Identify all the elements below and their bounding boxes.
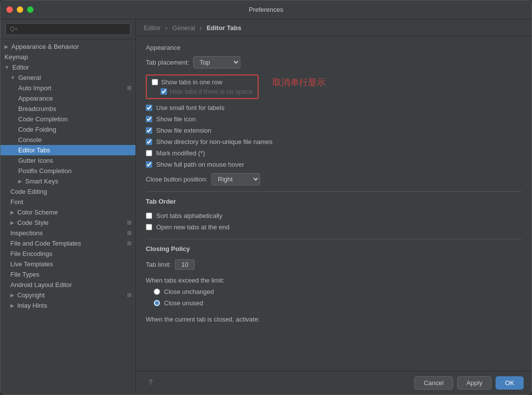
sidebar-item-inlay-hints[interactable]: ▶ Inlay Hints bbox=[0, 300, 135, 311]
close-button[interactable] bbox=[6, 6, 13, 13]
chevron-down-icon: ▼ bbox=[4, 65, 9, 70]
tab-order-section-title: Tab Order bbox=[146, 198, 522, 205]
annotation-row: Show tabs in one row Hide tabs if there … bbox=[146, 73, 522, 102]
chevron-down-icon: ▼ bbox=[10, 75, 15, 80]
show-directory-checkbox[interactable] bbox=[146, 139, 152, 145]
sidebar-item-code-completion[interactable]: Code Completion bbox=[0, 114, 135, 124]
sidebar-item-label: Editor Tabs bbox=[18, 146, 50, 154]
tabs-checkbox-group: Show tabs in one row Hide tabs if there … bbox=[146, 74, 259, 99]
show-full-path-checkbox[interactable] bbox=[146, 161, 152, 168]
show-full-path-row: Show full path on mouse hover bbox=[146, 159, 522, 170]
sidebar-item-code-style[interactable]: ▶ Code Style ⊞ bbox=[0, 217, 135, 228]
sidebar-item-label: File Encodings bbox=[10, 250, 52, 257]
close-unchanged-radio[interactable] bbox=[154, 288, 160, 295]
sidebar-item-color-scheme[interactable]: ▶ Color Scheme bbox=[0, 207, 135, 217]
sidebar-item-gutter-icons[interactable]: Gutter Icons bbox=[0, 155, 135, 166]
tab-placement-select[interactable]: Top Bottom Left Right None bbox=[193, 56, 240, 69]
sidebar-item-label: Keymap bbox=[4, 53, 28, 61]
show-file-extension-label: Show file extension bbox=[156, 127, 211, 134]
search-input[interactable] bbox=[5, 23, 131, 35]
help-button[interactable]: ? bbox=[144, 376, 158, 390]
copy-icon: ⊞ bbox=[127, 240, 132, 247]
sidebar-item-general[interactable]: ▼ General bbox=[0, 72, 135, 83]
tab-placement-label: Tab placement: bbox=[146, 59, 189, 66]
close-button-position-select[interactable]: Right Left Inactive bbox=[211, 173, 260, 185]
open-new-tabs-checkbox[interactable] bbox=[146, 224, 152, 230]
sidebar-item-file-encodings[interactable]: File Encodings bbox=[0, 249, 135, 259]
when-current-closed-row: When the current tab is closed, activate… bbox=[146, 314, 522, 325]
sidebar-item-label: Smart Keys bbox=[25, 178, 58, 185]
tab-limit-row: Tab limit: bbox=[146, 257, 522, 272]
sidebar-item-appearance-behavior[interactable]: ▶ Appearance & Behavior bbox=[0, 41, 135, 52]
sidebar-item-font[interactable]: Font bbox=[0, 197, 135, 207]
sidebar-item-label: Copyright bbox=[17, 291, 45, 299]
chevron-right-icon: ▶ bbox=[10, 303, 14, 308]
cancel-button[interactable]: Cancel bbox=[414, 376, 453, 390]
copy-icon: ⊞ bbox=[127, 230, 132, 236]
sidebar-item-editor-tabs[interactable]: Editor Tabs bbox=[0, 145, 135, 155]
hide-tabs-row: Hide tabs if there is no space bbox=[152, 88, 253, 95]
show-file-icon-label: Show file icon bbox=[156, 115, 196, 123]
maximize-button[interactable] bbox=[27, 6, 33, 13]
close-button-position-row: Close button position: Right Left Inacti… bbox=[146, 173, 522, 185]
open-new-tabs-row: Open new tabs at the end bbox=[146, 221, 522, 233]
show-directory-row: Show directory for non-unique file names bbox=[146, 136, 522, 147]
minimize-button[interactable] bbox=[17, 6, 23, 13]
show-file-icon-checkbox[interactable] bbox=[146, 116, 152, 122]
sidebar-item-file-code-templates[interactable]: File and Code Templates ⊞ bbox=[0, 238, 135, 249]
sidebar-item-code-folding[interactable]: Code Folding bbox=[0, 124, 135, 135]
close-unused-label: Close unused bbox=[164, 299, 203, 307]
use-small-font-label: Use small font for labels bbox=[156, 104, 225, 111]
sidebar-item-appearance[interactable]: Appearance bbox=[0, 93, 135, 104]
sidebar-item-auto-import[interactable]: Auto Import ⊞ bbox=[0, 83, 135, 93]
mark-modified-checkbox[interactable] bbox=[146, 150, 152, 156]
right-panel: Editor › General › Editor Tabs Appearanc… bbox=[136, 19, 532, 395]
when-exceed-label: When tabs exceed the limit: bbox=[146, 277, 225, 284]
close-unused-radio[interactable] bbox=[154, 300, 160, 306]
open-new-tabs-label: Open new tabs at the end bbox=[156, 223, 230, 231]
show-directory-label: Show directory for non-unique file names bbox=[156, 138, 272, 145]
sort-tabs-checkbox[interactable] bbox=[146, 213, 152, 219]
sidebar-item-label: Inlay Hints bbox=[17, 302, 47, 309]
sidebar-item-label: Code Completion bbox=[18, 115, 67, 123]
sidebar-item-editor[interactable]: ▼ Editor bbox=[0, 62, 135, 72]
sidebar-item-label: Auto Import bbox=[18, 84, 51, 92]
sidebar-item-inspections[interactable]: Inspections ⊞ bbox=[0, 228, 135, 238]
close-unchanged-row: Close unchanged bbox=[146, 286, 522, 297]
use-small-font-checkbox[interactable] bbox=[146, 105, 152, 111]
show-file-extension-checkbox[interactable] bbox=[146, 127, 152, 134]
sidebar-item-smart-keys[interactable]: ▶ Smart Keys bbox=[0, 176, 135, 186]
hide-tabs-label: Hide tabs if there is no space bbox=[170, 88, 253, 95]
sidebar-item-keymap[interactable]: Keymap bbox=[0, 52, 135, 62]
apply-button[interactable]: Apply bbox=[457, 376, 492, 390]
show-tabs-one-row-label: Show tabs in one row bbox=[161, 78, 222, 86]
appearance-section-title: Appearance bbox=[146, 44, 522, 51]
sidebar-item-postfix-completion[interactable]: Postfix Completion bbox=[0, 166, 135, 176]
show-full-path-label: Show full path on mouse hover bbox=[156, 161, 244, 168]
sidebar-item-breadcrumbs[interactable]: Breadcrumbs bbox=[0, 104, 135, 114]
mark-modified-label: Mark modified (*) bbox=[156, 149, 205, 157]
sidebar-item-live-templates[interactable]: Live Templates bbox=[0, 259, 135, 269]
settings-area: Appearance Tab placement: Top Bottom Lef… bbox=[136, 36, 532, 371]
sidebar-item-label: File Types bbox=[10, 271, 39, 278]
main-content: ▶ Appearance & Behavior Keymap ▼ Editor … bbox=[0, 19, 532, 395]
annotation-text: 取消单行显示 bbox=[272, 76, 326, 88]
sidebar-item-file-types[interactable]: File Types bbox=[0, 269, 135, 280]
sidebar-item-label: Appearance & Behavior bbox=[11, 43, 79, 50]
sidebar-item-label: Font bbox=[10, 198, 23, 206]
sidebar-item-console[interactable]: Console bbox=[0, 135, 135, 145]
hide-tabs-checkbox[interactable] bbox=[161, 88, 167, 95]
sidebar-item-copyright[interactable]: ▶ Copyright ⊞ bbox=[0, 290, 135, 300]
sidebar-item-code-editing[interactable]: Code Editing bbox=[0, 186, 135, 197]
tab-placement-row: Tab placement: Top Bottom Left Right Non… bbox=[146, 56, 522, 69]
tab-limit-input[interactable] bbox=[175, 259, 195, 270]
use-small-font-row: Use small font for labels bbox=[146, 102, 522, 113]
show-tabs-one-row-checkbox[interactable] bbox=[152, 79, 158, 85]
sidebar-tree: ▶ Appearance & Behavior Keymap ▼ Editor … bbox=[0, 39, 135, 395]
bottom-bar: ? Cancel Apply OK bbox=[136, 371, 532, 395]
chevron-right-icon: ▶ bbox=[4, 44, 8, 49]
sidebar-item-android-layout-editor[interactable]: Android Layout Editor bbox=[0, 280, 135, 290]
sidebar-item-label: Code Editing bbox=[10, 188, 47, 195]
sidebar-item-label: Live Templates bbox=[10, 260, 53, 268]
ok-button[interactable]: OK bbox=[496, 376, 524, 390]
